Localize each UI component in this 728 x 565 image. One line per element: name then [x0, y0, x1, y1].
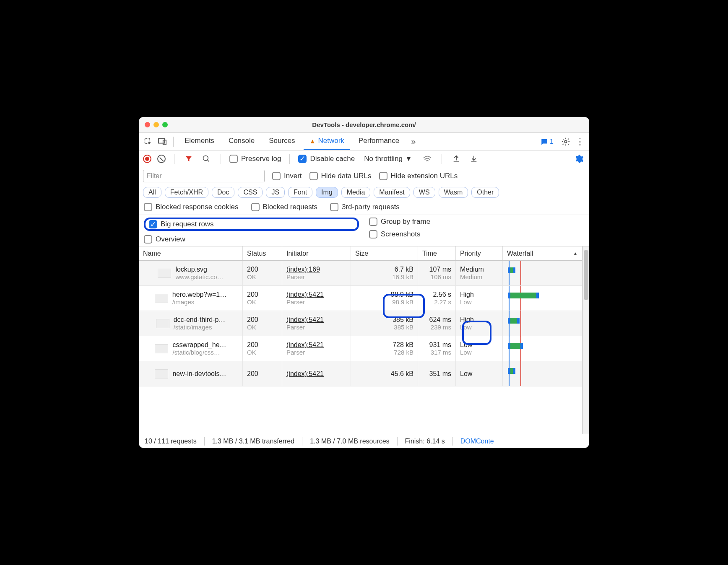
col-header-time[interactable]: Time: [418, 246, 456, 260]
tab-network[interactable]: ▲ Network: [304, 133, 350, 150]
screenshots-checkbox[interactable]: Screenshots: [369, 230, 584, 238]
chip-wasm[interactable]: Wasm: [439, 187, 468, 198]
checkbox-icon: [251, 203, 260, 211]
invert-checkbox[interactable]: Invert: [272, 172, 302, 180]
initiator-link[interactable]: (index):5421: [286, 316, 346, 324]
checkbox-label: Blocked requests: [263, 203, 317, 211]
tab-sources[interactable]: Sources: [263, 133, 301, 150]
col-header-name[interactable]: Name: [139, 246, 243, 260]
table-row[interactable]: dcc-end-third-p… /static/images 200 OK (…: [139, 311, 582, 336]
waterfall-bar-tail: [536, 293, 539, 298]
third-party-requests-checkbox[interactable]: 3rd-party requests: [330, 203, 400, 211]
tab-label: Console: [229, 137, 255, 145]
settings-gear-icon[interactable]: [560, 136, 572, 148]
separator: [174, 154, 174, 164]
chip-doc[interactable]: Doc: [212, 187, 234, 198]
chip-media[interactable]: Media: [341, 187, 371, 198]
initiator-link[interactable]: (index):5421: [286, 370, 346, 378]
cell-name: csswrapped_he… /static/blog/css…: [139, 336, 243, 361]
chip-js[interactable]: JS: [266, 187, 285, 198]
kebab-menu-icon[interactable]: ⋮: [574, 136, 586, 148]
record-button[interactable]: [143, 155, 151, 163]
filter-toggle-icon[interactable]: [183, 153, 195, 165]
checkbox-label: Invert: [284, 172, 302, 180]
hide-data-urls-checkbox[interactable]: Hide data URLs: [309, 172, 372, 180]
cell-time: 351 ms: [418, 361, 456, 386]
chip-fetchxhr[interactable]: Fetch/XHR: [165, 187, 208, 198]
waterfall-load-line: [520, 361, 521, 386]
initiator-type: Parser: [286, 324, 346, 331]
search-icon[interactable]: [200, 153, 212, 165]
window-title: DevTools - developer.chrome.com/: [139, 121, 589, 128]
device-toolbar-icon[interactable]: [156, 136, 168, 148]
chip-css[interactable]: CSS: [238, 187, 263, 198]
throttling-dropdown[interactable]: No throttling ▼: [361, 153, 416, 165]
chevron-down-icon: ▼: [405, 155, 412, 163]
tab-elements[interactable]: Elements: [179, 133, 220, 150]
inspect-element-icon[interactable]: [142, 136, 154, 148]
chip-other[interactable]: Other: [471, 187, 499, 198]
waterfall-bar-lead: [508, 318, 510, 324]
hide-extension-urls-checkbox[interactable]: Hide extension URLs: [379, 172, 458, 180]
cell-waterfall: [503, 336, 582, 361]
status-text: OK: [247, 324, 278, 331]
table-row[interactable]: csswrapped_he… /static/blog/css… 200 OK …: [139, 336, 582, 361]
disable-cache-checkbox[interactable]: ✓ Disable cache: [298, 155, 355, 163]
clear-button[interactable]: [157, 155, 166, 163]
size-transfer: 385 kB: [355, 316, 413, 324]
devtools-window: DevTools - developer.chrome.com/ Element…: [139, 117, 589, 448]
status-text: OK: [247, 273, 278, 280]
checkbox-label: Hide extension URLs: [391, 172, 458, 180]
cell-time: 624 ms 239 ms: [418, 311, 456, 336]
cell-waterfall: [503, 286, 582, 311]
big-request-rows-checkbox[interactable]: ✓ Big request rows: [149, 220, 214, 228]
col-header-priority[interactable]: Priority: [456, 246, 503, 260]
devtools-tabbar: Elements Console Sources ▲ Network Perfo…: [139, 133, 589, 150]
vertical-scrollbar[interactable]: [582, 246, 589, 434]
network-conditions-icon[interactable]: [421, 153, 433, 165]
blocked-requests-checkbox[interactable]: Blocked requests: [251, 203, 317, 211]
overview-checkbox[interactable]: Overview: [144, 235, 359, 244]
cell-priority: Medium Medium: [456, 261, 503, 285]
initiator-link[interactable]: (index):5421: [286, 341, 346, 349]
checkbox-label: Group by frame: [381, 218, 430, 226]
status-resources: 1.3 MB / 7.0 MB resources: [310, 438, 389, 445]
file-name: new-in-devtools…: [172, 370, 226, 378]
col-label: Waterfall: [507, 250, 533, 257]
network-toolbar: Preserve log ✓ Disable cache No throttli…: [139, 150, 589, 167]
separator: [289, 154, 290, 164]
network-settings-icon[interactable]: [573, 153, 585, 165]
filter-input[interactable]: Filter: [143, 170, 265, 182]
initiator-link[interactable]: (index):169: [286, 266, 346, 273]
blocked-response-cookies-checkbox[interactable]: Blocked response cookies: [144, 203, 239, 211]
chip-img[interactable]: Img: [316, 187, 338, 198]
export-har-icon[interactable]: [468, 153, 480, 165]
col-header-initiator[interactable]: Initiator: [282, 246, 351, 260]
cell-waterfall: [503, 361, 582, 386]
chip-manifest[interactable]: Manifest: [374, 187, 410, 198]
tab-performance[interactable]: Performance: [353, 133, 405, 150]
col-header-size[interactable]: Size: [351, 246, 418, 260]
table-row[interactable]: hero.webp?w=1… /images 200 OK (index):54…: [139, 286, 582, 311]
scrollbar-thumb[interactable]: [584, 250, 588, 300]
table-row[interactable]: new-in-devtools… 200 (index):5421 45.6 k…: [139, 361, 582, 386]
table-row[interactable]: lockup.svg www.gstatic.co… 200 OK (index…: [139, 261, 582, 286]
status-requests: 10 / 111 requests: [145, 438, 197, 445]
issues-button[interactable]: 1: [537, 136, 557, 147]
chip-ws[interactable]: WS: [413, 187, 435, 198]
time-total: 624 ms: [422, 316, 451, 324]
initiator-link[interactable]: (index):5421: [286, 291, 346, 298]
group-by-frame-checkbox[interactable]: Group by frame: [369, 218, 584, 226]
tab-console[interactable]: Console: [223, 133, 260, 150]
import-har-icon[interactable]: [450, 153, 462, 165]
col-header-status[interactable]: Status: [243, 246, 282, 260]
filter-row: Filter Invert Hide data URLs Hide extens…: [139, 167, 589, 185]
separator: [221, 154, 221, 164]
initiator-type: Parser: [286, 298, 346, 306]
chip-all[interactable]: All: [143, 187, 161, 198]
more-tabs-icon[interactable]: »: [408, 136, 419, 148]
col-header-waterfall[interactable]: Waterfall ▲: [503, 246, 582, 260]
cell-waterfall: [503, 261, 582, 285]
preserve-log-checkbox[interactable]: Preserve log: [229, 155, 281, 163]
chip-font[interactable]: Font: [288, 187, 312, 198]
